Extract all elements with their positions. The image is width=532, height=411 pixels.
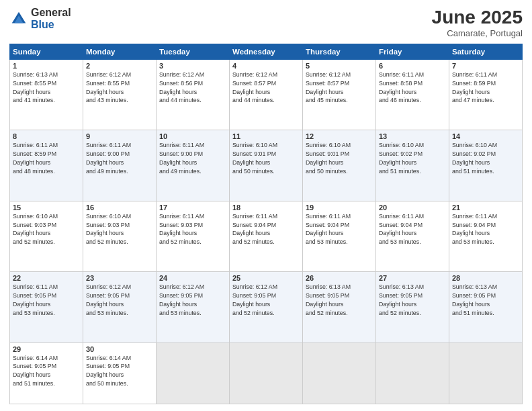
table-row: 29Sunrise: 6:14 AMSunset: 9:05 PMDayligh… [10, 342, 83, 404]
title-month: June 2025 [432, 7, 523, 28]
col-monday: Monday [83, 44, 157, 60]
page: General Blue June 2025 Camarate, Portuga… [0, 0, 532, 411]
table-row [230, 342, 303, 404]
table-row [376, 342, 449, 404]
table-row: 15Sunrise: 6:10 AMSunset: 9:03 PMDayligh… [10, 201, 83, 271]
col-wednesday: Wednesday [230, 44, 303, 60]
table-row: 7Sunrise: 6:11 AMSunset: 8:59 PMDaylight… [449, 60, 523, 130]
table-row: 28Sunrise: 6:13 AMSunset: 9:05 PMDayligh… [449, 272, 523, 342]
col-tuesday: Tuesday [157, 44, 230, 60]
table-row: 6Sunrise: 6:11 AMSunset: 8:58 PMDaylight… [376, 60, 449, 130]
col-sunday: Sunday [10, 44, 83, 60]
table-row: 12Sunrise: 6:10 AMSunset: 9:01 PMDayligh… [303, 130, 376, 201]
calendar-table: Sunday Monday Tuesday Wednesday Thursday… [9, 44, 523, 404]
table-row: 17Sunrise: 6:11 AMSunset: 9:03 PMDayligh… [157, 201, 230, 271]
table-row: 22Sunrise: 6:11 AMSunset: 9:05 PMDayligh… [10, 272, 83, 342]
table-row: 9Sunrise: 6:11 AMSunset: 9:00 PMDaylight… [83, 130, 157, 201]
col-saturday: Saturday [449, 44, 523, 60]
table-row: 20Sunrise: 6:11 AMSunset: 9:04 PMDayligh… [376, 201, 449, 271]
table-row: 25Sunrise: 6:12 AMSunset: 9:05 PMDayligh… [230, 272, 303, 342]
table-row: 1Sunrise: 6:13 AMSunset: 8:55 PMDaylight… [10, 60, 83, 130]
table-row: 30Sunrise: 6:14 AMSunset: 9:05 PMDayligh… [83, 342, 157, 404]
table-row: 2Sunrise: 6:12 AMSunset: 8:55 PMDaylight… [83, 60, 157, 130]
table-row: 23Sunrise: 6:12 AMSunset: 9:05 PMDayligh… [83, 272, 157, 342]
table-row: 8Sunrise: 6:11 AMSunset: 8:59 PMDaylight… [10, 130, 83, 201]
table-row: 13Sunrise: 6:10 AMSunset: 9:02 PMDayligh… [376, 130, 449, 201]
col-friday: Friday [376, 44, 449, 60]
title-block: June 2025 Camarate, Portugal [432, 7, 523, 38]
table-row: 27Sunrise: 6:13 AMSunset: 9:05 PMDayligh… [376, 272, 449, 342]
table-row: 4Sunrise: 6:12 AMSunset: 8:57 PMDaylight… [230, 60, 303, 130]
title-location: Camarate, Portugal [432, 28, 523, 38]
table-row [157, 342, 230, 404]
header-row: Sunday Monday Tuesday Wednesday Thursday… [10, 44, 523, 60]
logo-text: General Blue [31, 7, 71, 30]
table-row: 5Sunrise: 6:12 AMSunset: 8:57 PMDaylight… [303, 60, 376, 130]
table-row [449, 342, 523, 404]
header: General Blue June 2025 Camarate, Portuga… [9, 7, 523, 38]
table-row: 11Sunrise: 6:10 AMSunset: 9:01 PMDayligh… [230, 130, 303, 201]
logo-icon [9, 9, 28, 28]
logo-blue: Blue [31, 19, 71, 31]
table-row: 14Sunrise: 6:10 AMSunset: 9:02 PMDayligh… [449, 130, 523, 201]
col-thursday: Thursday [303, 44, 376, 60]
table-row [303, 342, 376, 404]
table-row: 19Sunrise: 6:11 AMSunset: 9:04 PMDayligh… [303, 201, 376, 271]
table-row: 10Sunrise: 6:11 AMSunset: 9:00 PMDayligh… [157, 130, 230, 201]
table-row: 21Sunrise: 6:11 AMSunset: 9:04 PMDayligh… [449, 201, 523, 271]
logo: General Blue [9, 7, 71, 30]
table-row: 16Sunrise: 6:10 AMSunset: 9:03 PMDayligh… [83, 201, 157, 271]
table-row: 26Sunrise: 6:13 AMSunset: 9:05 PMDayligh… [303, 272, 376, 342]
table-row: 24Sunrise: 6:12 AMSunset: 9:05 PMDayligh… [157, 272, 230, 342]
table-row: 18Sunrise: 6:11 AMSunset: 9:04 PMDayligh… [230, 201, 303, 271]
logo-general: General [31, 7, 71, 19]
table-row: 3Sunrise: 6:12 AMSunset: 8:56 PMDaylight… [157, 60, 230, 130]
